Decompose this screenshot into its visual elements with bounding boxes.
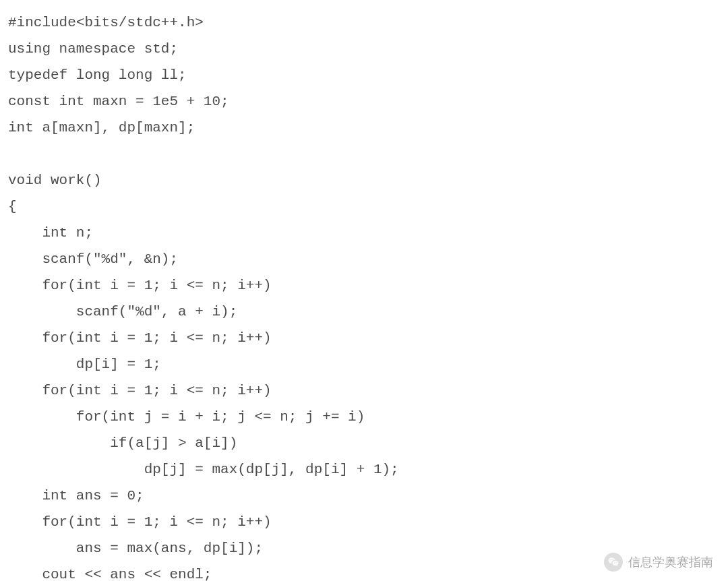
wechat-icon [604, 553, 623, 572]
code-block: #include<bits/stdc++.h> using namespace … [0, 0, 728, 581]
watermark: 信息学奥赛指南 [604, 553, 713, 572]
watermark-text: 信息学奥赛指南 [628, 554, 713, 570]
